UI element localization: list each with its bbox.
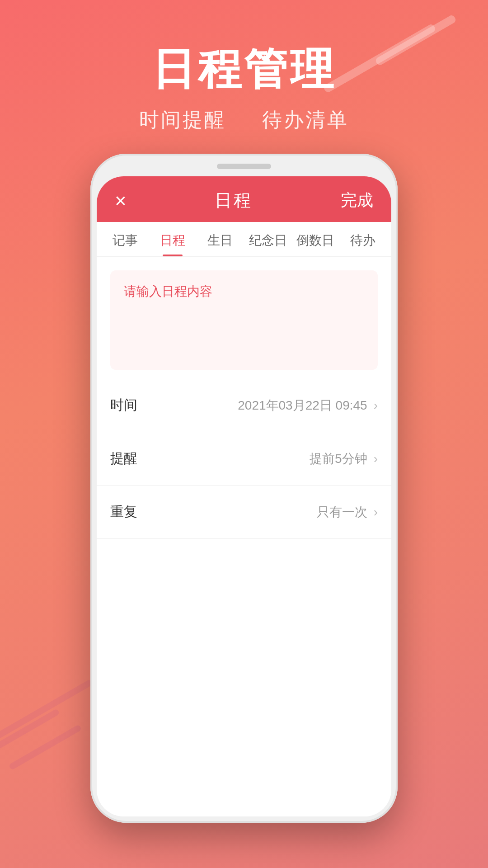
tab-notes[interactable]: 记事 bbox=[101, 222, 149, 256]
app-content: 请输入日程内容 时间 2021年03月22日 09:45 › 提醒 提前5分钟 … bbox=[97, 257, 391, 816]
page-title: 日程管理 bbox=[0, 45, 488, 93]
tab-countdown[interactable]: 倒数日 bbox=[291, 222, 339, 256]
input-placeholder: 请输入日程内容 bbox=[124, 284, 212, 298]
repeat-value: 只有一次 bbox=[317, 504, 367, 521]
time-row[interactable]: 时间 2021年03月22日 09:45 › bbox=[97, 379, 391, 432]
page-subtitle: 时间提醒 待办清单 bbox=[0, 107, 488, 133]
reminder-value: 提前5分钟 bbox=[310, 450, 367, 467]
repeat-label: 重复 bbox=[110, 503, 137, 521]
schedule-input-area[interactable]: 请输入日程内容 bbox=[110, 270, 378, 370]
done-button[interactable]: 完成 bbox=[341, 189, 373, 212]
reminder-label: 提醒 bbox=[110, 449, 137, 468]
tab-bar: 记事 日程 生日 纪念日 倒数日 待办 bbox=[97, 222, 391, 257]
topbar-title: 日程 bbox=[215, 189, 253, 212]
reminder-value-group: 提前5分钟 › bbox=[310, 450, 378, 467]
repeat-arrow-icon: › bbox=[374, 505, 378, 519]
subtitle-left: 时间提醒 bbox=[139, 107, 226, 133]
time-arrow-icon: › bbox=[374, 398, 378, 413]
time-value-group: 2021年03月22日 09:45 › bbox=[238, 397, 378, 414]
reminder-arrow-icon: › bbox=[374, 452, 378, 466]
app-screen: × 日程 完成 记事 日程 生日 纪念日 倒数日 待办 bbox=[97, 176, 391, 816]
time-label: 时间 bbox=[110, 396, 137, 415]
app-topbar: × 日程 完成 bbox=[97, 176, 391, 222]
tab-birthday[interactable]: 生日 bbox=[197, 222, 244, 256]
phone-mockup: × 日程 完成 记事 日程 生日 纪念日 倒数日 待办 bbox=[90, 154, 398, 823]
repeat-row[interactable]: 重复 只有一次 › bbox=[97, 486, 391, 539]
tab-anniversary[interactable]: 纪念日 bbox=[244, 222, 291, 256]
page-header: 日程管理 时间提醒 待办清单 bbox=[0, 0, 488, 151]
phone-speaker bbox=[217, 164, 271, 169]
reminder-row[interactable]: 提醒 提前5分钟 › bbox=[97, 432, 391, 486]
tab-todo[interactable]: 待办 bbox=[339, 222, 387, 256]
tab-schedule[interactable]: 日程 bbox=[149, 222, 196, 256]
repeat-value-group: 只有一次 › bbox=[317, 504, 378, 521]
time-value: 2021年03月22日 09:45 bbox=[238, 397, 367, 414]
subtitle-right: 待办清单 bbox=[262, 107, 349, 133]
close-button[interactable]: × bbox=[115, 191, 127, 211]
